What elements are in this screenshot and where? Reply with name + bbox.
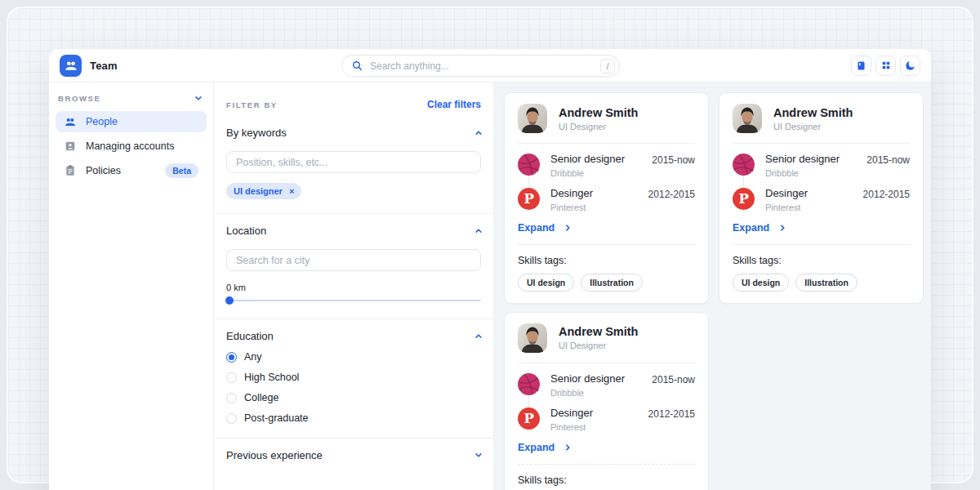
pinterest-icon: P [733, 188, 755, 210]
distance-slider[interactable] [226, 296, 481, 305]
divider [733, 143, 910, 144]
avatar [733, 104, 762, 133]
sidebar-item-policies[interactable]: Policies Beta [56, 160, 207, 181]
filter-section-location: Location 0 km [214, 214, 493, 319]
sidebar: BROWSE People [49, 82, 214, 490]
chevron-down-icon [475, 451, 482, 457]
app-logo [60, 55, 82, 77]
slider-thumb[interactable] [225, 296, 234, 305]
people-icon [64, 115, 77, 128]
experience-company: Pinterest [550, 422, 638, 432]
sidebar-item-badge: Beta [165, 163, 198, 178]
filter-panel-title: FILTER BY [226, 100, 278, 109]
experience-title: Desinger [550, 188, 638, 200]
person-role: UI Designer [559, 341, 638, 350]
sidebar-item-label: People [86, 116, 118, 127]
avatar [518, 104, 547, 133]
results-area: Andrew Smith UI Designer Senior designer… [494, 82, 931, 490]
global-search[interactable]: / [341, 55, 620, 77]
search-icon [351, 60, 363, 72]
experience-period: 2012-2015 [863, 189, 910, 200]
header-actions [851, 56, 920, 76]
radio-option-college[interactable]: College [226, 392, 481, 403]
chevron-up-icon [475, 131, 482, 137]
search-shortcut-key: / [600, 59, 615, 74]
divider [518, 464, 695, 465]
keywords-section-toggle[interactable]: By keywords [226, 127, 481, 139]
experience-timeline: Senior designer Dribbble 2015-now P Desi… [518, 373, 695, 432]
skills-label: Skills tags: [733, 255, 910, 266]
page-title: Team [90, 60, 118, 72]
sidebar-nav: People Managing accounts [49, 111, 213, 181]
account-icon [64, 140, 77, 153]
chevron-right-icon [564, 225, 570, 231]
book-icon [855, 60, 867, 72]
library-button[interactable] [851, 56, 871, 76]
divider [518, 363, 695, 363]
skill-tag: UI design [518, 274, 574, 292]
experience-row: P Desinger Pinterest 2012-2015 [518, 188, 695, 212]
search-input[interactable] [370, 60, 600, 72]
experience-row: Senior designer Dribbble 2015-now [518, 373, 695, 398]
radio-option-high-school[interactable]: High School [226, 372, 481, 383]
apps-grid-button[interactable] [875, 56, 896, 76]
svg-text:P: P [524, 191, 534, 207]
experience-section-toggle[interactable]: Previous experience [226, 449, 481, 461]
experience-title: Senior designer [550, 154, 641, 166]
keyword-tag[interactable]: UI designer × [226, 183, 301, 199]
person-card: Andrew Smith UI Designer Senior designer… [504, 92, 709, 304]
expand-button[interactable]: Expand [518, 442, 569, 453]
skill-tags: UI design Illustration [518, 274, 695, 292]
keywords-input[interactable] [226, 151, 481, 173]
skill-tag: Illustration [581, 274, 643, 292]
divider [518, 143, 695, 144]
dribbble-icon [733, 154, 755, 176]
experience-title: Desinger [550, 408, 638, 420]
radio-option-post-graduate[interactable]: Post-graduate [226, 412, 481, 424]
slider-track [226, 300, 481, 301]
education-options: Any High School College Post-graduate [226, 351, 481, 424]
filter-section-experience: Previous experience [214, 439, 493, 475]
experience-company: Dribbble [765, 168, 856, 178]
app-header: Team / [49, 49, 931, 82]
remove-tag-icon[interactable]: × [289, 187, 294, 196]
divider [518, 244, 695, 245]
location-section-toggle[interactable]: Location [226, 225, 481, 237]
pinterest-icon: P [518, 188, 540, 210]
filter-panel: FILTER BY Clear filters By keywords UI d… [214, 82, 494, 490]
clear-filters-button[interactable]: Clear filters [427, 99, 481, 110]
cards-grid: Andrew Smith UI Designer Senior designer… [504, 92, 925, 490]
divider [733, 244, 910, 245]
sidebar-item-label: Policies [86, 165, 121, 176]
sidebar-section-label: BROWSE [58, 94, 100, 103]
expand-button[interactable]: Expand [518, 222, 569, 234]
chevron-right-icon [778, 225, 785, 231]
skill-tag: Illustration [795, 274, 858, 292]
expand-button[interactable]: Expand [733, 222, 784, 234]
svg-text:P: P [739, 191, 749, 207]
education-section-toggle[interactable]: Education [226, 330, 481, 342]
svg-text:P: P [524, 411, 534, 426]
experience-row: P Desinger Pinterest 2012-2015 [518, 408, 695, 432]
moon-icon [904, 60, 916, 72]
sidebar-item-people[interactable]: People [56, 111, 207, 132]
dark-mode-toggle[interactable] [900, 56, 920, 76]
experience-period: 2012-2015 [648, 408, 695, 420]
experience-company: Pinterest [550, 203, 638, 212]
radio-button [226, 413, 237, 424]
experience-title: Desinger [765, 188, 853, 200]
radio-button [226, 393, 237, 403]
person-name: Andrew Smith [773, 106, 853, 119]
chevron-right-icon [564, 444, 570, 451]
team-logo-icon [64, 58, 78, 73]
person-name: Andrew Smith [559, 325, 638, 338]
radio-option-any[interactable]: Any [226, 351, 481, 363]
sidebar-section-toggle[interactable]: BROWSE [49, 94, 213, 103]
experience-timeline: Senior designer Dribbble 2015-now P Desi… [733, 154, 910, 212]
city-search-input[interactable] [226, 249, 481, 271]
grid-icon [880, 60, 892, 71]
experience-company: Dribbble [550, 168, 641, 178]
person-name: Andrew Smith [559, 106, 638, 119]
sidebar-item-managing-accounts[interactable]: Managing accounts [56, 136, 207, 157]
experience-row: P Desinger Pinterest 2012-2015 [733, 188, 910, 212]
